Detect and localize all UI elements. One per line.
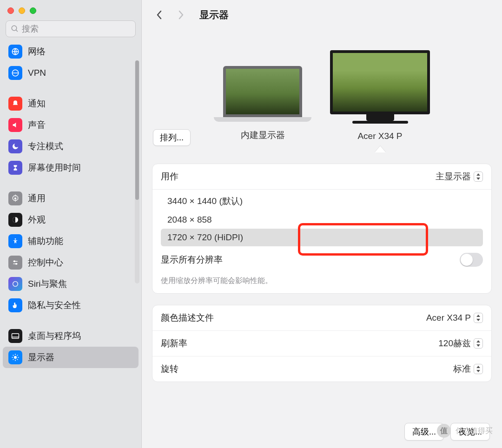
show-all-label: 显示所有分辨率 [161,254,223,266]
gear-icon [8,191,22,205]
dock-icon [8,329,22,343]
sidebar-item-network[interactable]: 网络 [3,41,139,62]
sidebar-item-label: 通用 [28,192,46,204]
globe-icon [8,45,22,59]
color-profile-label: 颜色描述文件 [161,312,214,324]
sidebar-item-accessibility[interactable]: 辅助功能 [3,231,139,252]
search-icon [11,25,19,33]
sidebar-item-label: 网络 [28,46,46,58]
color-profile-row[interactable]: 颜色描述文件 Acer X34 P [152,305,491,330]
sidebar-item-label: Siri与聚焦 [28,278,67,290]
sidebar-item-general[interactable]: 通用 [3,188,139,209]
resolution-option-0[interactable]: 3440 × 1440 (默认) [161,191,483,211]
sidebar-item-privacy[interactable]: 隐私与安全性 [3,295,139,316]
selection-caret-icon [375,146,386,152]
refresh-rate-label: 刷新率 [161,337,187,349]
sidebar-item-screentime[interactable]: 屏幕使用时间 [3,157,139,178]
forward-button[interactable] [174,5,187,25]
sidebar-item-label: 屏幕使用时间 [28,162,81,174]
appearance-icon [8,213,22,227]
display-external[interactable]: Acer X34 P [330,50,430,141]
sidebar-item-vpn[interactable]: VPN [3,62,139,84]
resolution-hint: 使用缩放分辨率可能会影响性能。 [152,273,491,293]
display-builtin[interactable]: 内建显示器 [214,66,311,141]
display-external-label: Acer X34 P [330,131,430,141]
siri-icon [8,277,22,291]
display-options-panel: 颜色描述文件 Acer X34 P 刷新率 120赫兹 旋转 标准 [152,305,492,382]
use-as-row[interactable]: 用作 主显示器 [152,164,491,189]
stepper-icon[interactable] [474,338,483,349]
sidebar-item-siri[interactable]: Siri与聚焦 [3,273,139,295]
display-builtin-label: 内建显示器 [214,129,311,141]
monitor-foot-icon [352,121,408,124]
zoom-window-button[interactable] [30,7,36,14]
close-window-button[interactable] [7,7,14,14]
footer-buttons: 高级... 夜览... [404,423,490,441]
search-input[interactable]: 搜索 [6,20,136,37]
sidebar-item-displays[interactable]: 显示器 [3,347,139,368]
sidebar-item-appearance[interactable]: 外观 [3,209,139,231]
svg-point-0 [12,26,17,31]
svg-line-1 [16,30,18,32]
svg-line-20 [17,359,18,360]
chevron-left-icon [156,9,163,20]
minimize-window-button[interactable] [19,7,25,14]
svg-line-21 [13,359,14,360]
moon-icon [8,139,22,153]
resolution-option-2[interactable]: 1720 × 720 (HiDPI) [161,229,483,246]
sidebar-item-label: 声音 [28,119,46,131]
night-shift-button[interactable]: 夜览... [450,423,490,441]
laptop-screen-icon [223,66,302,117]
window-controls [0,0,141,16]
hourglass-icon [8,161,22,175]
use-as-value: 主显示器 [436,171,471,183]
stepper-icon[interactable] [474,364,483,374]
rotation-row[interactable]: 旋转 标准 [152,356,491,382]
svg-line-19 [13,355,14,356]
back-button[interactable] [153,5,166,25]
brightness-icon [8,350,22,364]
advanced-button[interactable]: 高级... [404,423,444,441]
refresh-rate-row[interactable]: 刷新率 120赫兹 [152,330,491,356]
search-placeholder: 搜索 [22,23,39,34]
sidebar-item-notifications[interactable]: 通知 [3,93,139,114]
chevron-right-icon [177,9,185,20]
stepper-icon[interactable] [474,171,483,182]
stepper-icon[interactable] [474,313,483,323]
sidebar-scrollbar[interactable] [135,60,139,283]
sidebar-item-sound[interactable]: 声音 [3,114,139,136]
show-all-toggle[interactable] [460,253,483,267]
monitor-icon [330,50,430,114]
use-as-label: 用作 [161,171,178,183]
sidebar-scrollbar-thumb[interactable] [135,60,139,200]
laptop-base-icon [214,117,311,122]
sidebar-item-label: 辅助功能 [28,235,63,247]
svg-point-4 [14,198,17,200]
displays-preview: 内建显示器 Acer X34 P [142,48,502,141]
sidebar-item-focus[interactable]: 专注模式 [3,136,139,157]
page-title: 显示器 [199,8,229,21]
sidebar-item-desktop[interactable]: 桌面与程序坞 [3,325,139,347]
speaker-icon [8,118,22,132]
resolution-option-1[interactable]: 2048 × 858 [161,211,483,229]
svg-point-6 [15,238,16,240]
show-all-resolutions-row: 显示所有分辨率 [152,246,491,273]
sidebar-item-label: 控制中心 [28,257,63,269]
svg-point-14 [14,356,17,359]
sidebar-list: 网络 VPN 通知 声音 [0,41,141,448]
svg-point-11 [13,282,18,287]
svg-point-9 [14,261,15,262]
sidebar-item-label: 显示器 [28,351,54,363]
bell-icon [8,97,22,111]
sidebar-item-label: 外观 [28,214,46,226]
svg-point-10 [16,263,17,264]
sidebar-item-controlcenter[interactable]: 控制中心 [3,252,139,273]
refresh-rate-value: 120赫兹 [438,337,471,349]
sidebar-item-label: 通知 [28,98,46,110]
sidebar-item-label: VPN [28,68,46,78]
vpn-icon [8,66,22,80]
main-content: 显示器 排列... 内建显示器 Acer [142,0,502,448]
svg-line-22 [17,355,18,356]
accessibility-icon [8,234,22,248]
sidebar-item-label: 桌面与程序坞 [28,330,81,342]
